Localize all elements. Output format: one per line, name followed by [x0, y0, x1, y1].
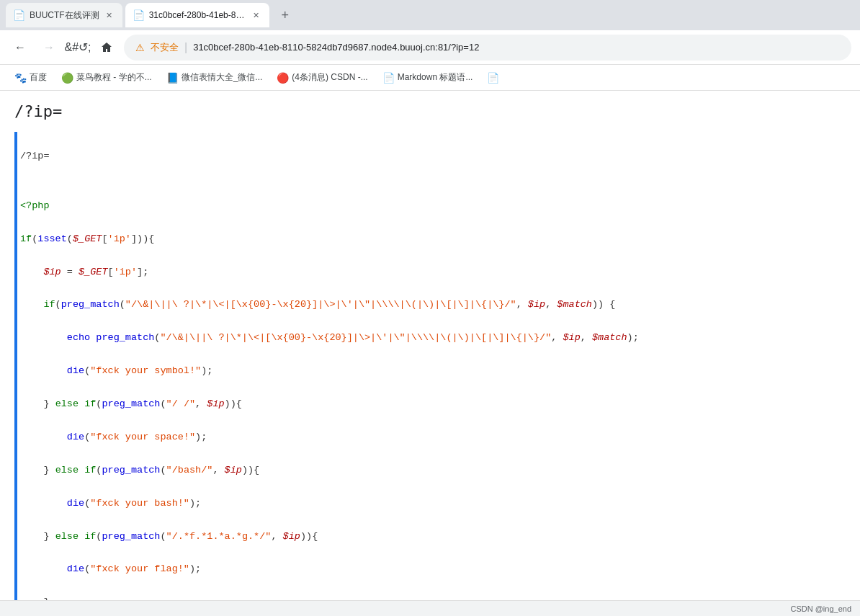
runoob-icon: 🟢	[61, 72, 73, 84]
page-title: /?ip=	[14, 102, 846, 120]
bookmark-wechat-label: 微信表情大全_微信...	[182, 71, 263, 84]
code-line-12: die("fxck your bash!");	[20, 496, 846, 512]
code-line-10: die("fxck your space!");	[20, 429, 846, 446]
bookmark-extra[interactable]: 📄	[481, 69, 505, 86]
nav-bar: ← → &#↺; ⚠ 不安全 | 31c0bcef-280b-41eb-8110…	[0, 30, 860, 65]
code-line-8: die("fxck your symbol!");	[20, 363, 846, 380]
tab2-title: 31c0bcef-280b-41eb-8110-5824	[149, 10, 246, 20]
forward-button[interactable]: →	[37, 36, 61, 59]
bookmark-wechat[interactable]: 📘 微信表情大全_微信...	[161, 68, 269, 86]
separator: |	[184, 41, 187, 54]
forward-icon: →	[43, 41, 55, 54]
code-line-4: if(isset($_GET['ip'])){	[20, 231, 846, 248]
address-bar[interactable]: ⚠ 不安全 | 31c0bcef-280b-41eb-8110-5824db7d…	[124, 35, 851, 61]
warning-icon: ⚠	[135, 42, 145, 53]
code-line-11: } else if(preg_match("/bash/", $ip)){	[20, 463, 846, 479]
home-svg	[101, 42, 112, 53]
url-text: 31c0bcef-280b-41eb-8110-5824db7d9687.nod…	[193, 42, 840, 53]
refresh-icon: &#↺;	[65, 40, 91, 54]
code-line-7: echo preg_match("/\&|\||\ ?|\*|\<|[\x{00…	[20, 330, 846, 347]
extra-icon: 📄	[487, 72, 499, 84]
status-bar: CSDN @ing_end	[0, 600, 860, 616]
new-tab-button[interactable]: +	[275, 5, 295, 25]
home-button[interactable]	[95, 36, 118, 59]
markdown-icon: 📄	[382, 72, 395, 84]
bookmark-csdn-label: (4条消息) CSDN -...	[292, 71, 367, 84]
page-content: /?ip= /?ip= <?php if(isset($_GET['ip']))…	[0, 91, 860, 600]
bookmark-csdn[interactable]: 🔴 (4条消息) CSDN -...	[271, 68, 373, 86]
baidu-icon: 🐾	[14, 72, 27, 84]
bookmark-markdown-label: Markdown 标题语...	[398, 71, 473, 84]
back-icon: ←	[14, 41, 26, 54]
bookmarks-bar: 🐾 百度 🟢 菜鸟教程 - 学的不... 📘 微信表情大全_微信... 🔴 (4…	[0, 65, 860, 91]
bookmark-runoob-label: 菜鸟教程 - 学的不...	[76, 71, 152, 84]
csdn-icon: 🔴	[277, 72, 289, 84]
code-container: /?ip= <?php if(isset($_GET['ip'])){ $ip …	[14, 132, 846, 600]
not-secure-label: 不安全	[151, 41, 179, 54]
code-line-5: $ip = $_GET['ip'];	[20, 264, 846, 281]
tab2-favicon: 📄	[133, 9, 145, 21]
browser-frame: 📄 BUUCTF在线评测 ✕ 📄 31c0bcef-280b-41eb-8110…	[0, 0, 860, 616]
code-line-6: if(preg_match("/\&|\||\ ?|\*|\<|[\x{00}-…	[20, 297, 846, 313]
refresh-button[interactable]: &#↺;	[66, 36, 89, 59]
code-line-9: } else if(preg_match("/ /", $ip)){	[20, 396, 846, 413]
code-line-1: /?ip=	[20, 148, 846, 165]
back-button[interactable]: ←	[9, 36, 32, 59]
tab1-title: BUUCTF在线评测	[30, 9, 99, 22]
wechat-icon: 📘	[166, 72, 179, 84]
tab1-close-button[interactable]: ✕	[104, 9, 115, 21]
code-block: /?ip= <?php if(isset($_GET['ip'])){ $ip …	[20, 132, 846, 600]
title-bar: 📄 BUUCTF在线评测 ✕ 📄 31c0bcef-280b-41eb-8110…	[0, 0, 860, 30]
tab2-close-button[interactable]: ✕	[251, 9, 262, 21]
bookmark-markdown[interactable]: 📄 Markdown 标题语...	[377, 68, 479, 86]
tab-active[interactable]: 📄 31c0bcef-280b-41eb-8110-5824 ✕	[125, 3, 269, 27]
tab1-favicon: 📄	[13, 9, 25, 21]
tab-buuctf[interactable]: 📄 BUUCTF在线评测 ✕	[6, 3, 122, 27]
bookmark-baidu[interactable]: 🐾 百度	[9, 68, 53, 86]
code-line-15: }	[20, 594, 846, 600]
bookmark-runoob[interactable]: 🟢 菜鸟教程 - 学的不...	[55, 68, 158, 86]
code-line-13: } else if(preg_match("/.*f.*1.*a.*g.*/",…	[20, 529, 846, 545]
code-line-14: die("fxck your flag!");	[20, 561, 846, 578]
status-text: CSDN @ing_end	[790, 604, 851, 613]
bookmark-baidu-label: 百度	[30, 71, 47, 84]
code-line-3: <?php	[20, 198, 846, 215]
left-accent-bar	[14, 132, 17, 600]
